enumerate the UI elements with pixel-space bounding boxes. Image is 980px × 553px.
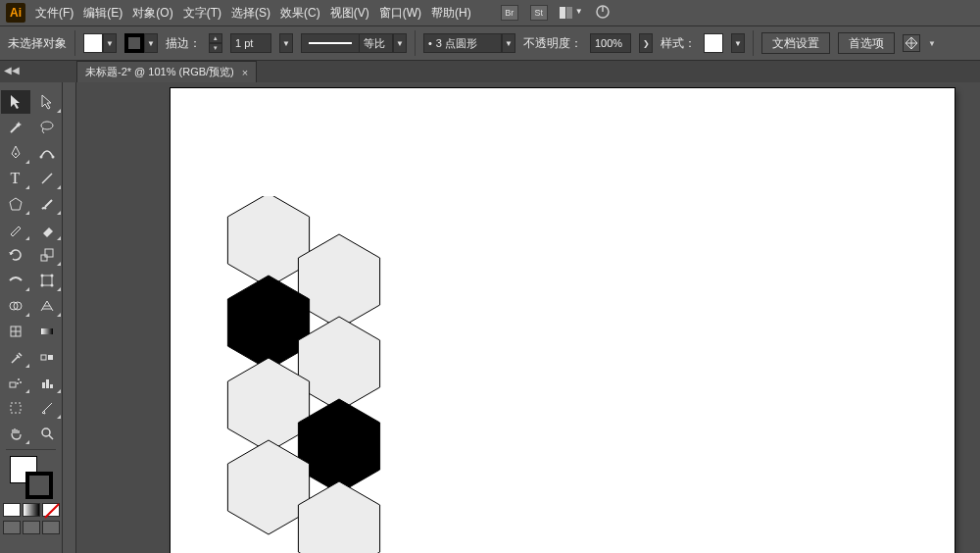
work-area (63, 82, 980, 553)
screen-mode-normal[interactable] (3, 521, 21, 534)
fill-swatch[interactable] (83, 33, 103, 53)
magic-wand-tool[interactable] (1, 116, 30, 139)
gradient-tool[interactable] (32, 320, 62, 343)
color-mode-solid[interactable] (3, 503, 21, 517)
hexagon-shape[interactable] (227, 196, 309, 287)
style-dropdown[interactable]: ▼ (731, 33, 745, 53)
color-mode-gradient[interactable] (23, 503, 40, 517)
stroke-label: 描边： (166, 35, 201, 52)
style-swatch[interactable] (704, 33, 723, 53)
stroke-profile-label: 等比 (360, 33, 393, 53)
hand-tool[interactable] (1, 422, 30, 445)
free-transform-tool[interactable] (32, 269, 62, 292)
hexagon-shape[interactable] (227, 276, 309, 370)
menu-edit[interactable]: 编辑(E) (83, 5, 122, 22)
menu-help[interactable]: 帮助(H) (431, 5, 471, 22)
stroke-weight-stepper[interactable]: ▴▾ (209, 33, 222, 53)
gpu-preview-icon[interactable] (595, 4, 611, 23)
rotate-tool[interactable] (1, 243, 30, 267)
pencil-tool[interactable] (1, 218, 30, 241)
menu-file[interactable]: 文件(F) (35, 5, 74, 22)
menu-window[interactable]: 窗口(W) (379, 5, 421, 22)
preferences-button[interactable]: 首选项 (838, 32, 895, 54)
svg-point-18 (40, 275, 43, 277)
opacity-field[interactable]: 100% (590, 33, 631, 53)
screen-mode-presentation[interactable] (42, 521, 60, 534)
direct-selection-tool[interactable] (32, 90, 62, 114)
line-tool[interactable] (32, 167, 62, 190)
svg-rect-27 (41, 328, 53, 334)
arrange-docs-icon[interactable]: ▼ (560, 7, 583, 19)
curvature-tool[interactable] (32, 141, 62, 165)
hexagon-shape[interactable] (227, 358, 309, 452)
menu-effect[interactable]: 效果(C) (280, 5, 320, 22)
panel-collapse-icon[interactable]: ◀◀ (4, 65, 20, 75)
hexagon-shape[interactable] (298, 317, 379, 411)
brush-field[interactable]: • 3 点圆形 (423, 33, 502, 53)
hexagon-shape[interactable] (227, 440, 309, 534)
hexagon-shape[interactable] (298, 481, 379, 553)
perspective-grid-tool[interactable] (32, 294, 62, 318)
shape-tool[interactable] (1, 192, 30, 216)
blend-tool[interactable] (32, 345, 62, 369)
document-tab[interactable]: 未标题-2* @ 101% (RGB/预览) × (76, 61, 257, 82)
menu-select[interactable]: 选择(S) (231, 5, 270, 22)
slice-tool[interactable] (32, 396, 62, 420)
svg-point-20 (40, 284, 43, 287)
svg-rect-16 (45, 249, 53, 257)
stroke-color-box[interactable] (25, 472, 53, 499)
options-bar: 未选择对象 ▼ ▼ 描边： ▴▾ 1 pt ▼ 等比 ▼ • 3 点圆形 ▼ 不… (0, 25, 980, 61)
svg-rect-37 (11, 403, 21, 413)
stroke-weight-field[interactable]: 1 pt (230, 33, 271, 53)
hexagon-shape[interactable] (298, 234, 379, 328)
color-mode-none[interactable] (42, 503, 60, 517)
type-tool[interactable]: T (1, 167, 30, 190)
svg-rect-28 (41, 355, 46, 360)
screen-mode-full[interactable] (23, 521, 40, 534)
menu-type[interactable]: 文字(T) (183, 5, 221, 22)
stroke-swatch-dropdown[interactable]: ▼ (144, 33, 158, 53)
stroke-weight-dropdown[interactable]: ▼ (279, 33, 293, 53)
artboard[interactable] (171, 88, 955, 553)
tools-panel: T (0, 82, 63, 553)
svg-line-12 (42, 174, 52, 183)
mesh-tool[interactable] (1, 320, 30, 343)
svg-point-32 (20, 381, 22, 383)
brush-dropdown[interactable]: ▼ (502, 33, 515, 53)
stroke-profile[interactable] (301, 33, 360, 53)
svg-rect-30 (10, 382, 16, 387)
fill-swatch-dropdown[interactable]: ▼ (103, 33, 117, 53)
close-tab-icon[interactable]: × (242, 67, 248, 78)
svg-marker-13 (10, 198, 22, 210)
svg-rect-17 (42, 276, 52, 285)
menu-object[interactable]: 对象(O) (132, 5, 172, 22)
svg-point-21 (50, 284, 53, 287)
column-graph-tool[interactable] (32, 371, 62, 394)
svg-point-31 (18, 378, 20, 380)
scale-tool[interactable] (32, 243, 62, 267)
opacity-dropdown[interactable]: ❯ (639, 33, 653, 53)
selection-tool[interactable] (1, 90, 30, 114)
svg-point-9 (15, 153, 17, 155)
artboard-tool[interactable] (1, 396, 30, 420)
menu-view[interactable]: 视图(V) (330, 5, 369, 22)
stroke-swatch[interactable] (124, 33, 144, 53)
zoom-tool[interactable] (32, 422, 62, 445)
eyedropper-tool[interactable] (1, 345, 30, 369)
hexagon-shape[interactable] (298, 399, 379, 493)
vertical-ruler (63, 82, 76, 553)
shape-builder-tool[interactable] (1, 294, 30, 318)
pen-tool[interactable] (1, 141, 30, 165)
eraser-tool[interactable] (32, 218, 62, 241)
symbol-sprayer-tool[interactable] (1, 371, 30, 394)
paintbrush-tool[interactable] (32, 192, 62, 216)
width-tool[interactable] (1, 269, 30, 292)
stroke-profile-dropdown[interactable]: ▼ (393, 33, 407, 53)
artwork-hexagons[interactable] (190, 196, 445, 553)
fill-stroke-control[interactable] (10, 456, 53, 499)
document-setup-button[interactable]: 文档设置 (761, 32, 830, 54)
align-to-icon[interactable] (903, 34, 920, 52)
stock-icon[interactable]: St (530, 5, 548, 21)
lasso-tool[interactable] (32, 116, 62, 139)
bridge-icon[interactable]: Br (501, 5, 518, 21)
